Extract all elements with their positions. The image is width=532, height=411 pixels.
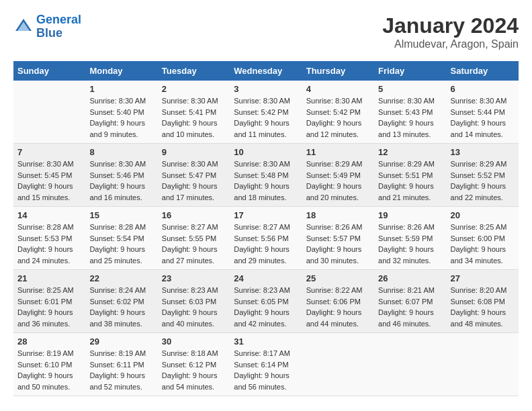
day-number: 20 [451, 210, 515, 220]
day-number: 8 [89, 147, 153, 157]
header-friday: Friday [374, 61, 446, 81]
calendar-cell: 22Sunrise: 8:24 AMSunset: 6:02 PMDayligh… [85, 270, 157, 333]
day-info: Sunrise: 8:22 AMSunset: 6:06 PMDaylight:… [306, 285, 370, 329]
day-number: 29 [89, 336, 153, 347]
day-info: Sunrise: 8:25 AMSunset: 6:00 PMDaylight:… [451, 222, 515, 266]
calendar-week-row: 14Sunrise: 8:28 AMSunset: 5:53 PMDayligh… [13, 207, 519, 270]
calendar-cell: 15Sunrise: 8:28 AMSunset: 5:54 PMDayligh… [85, 207, 157, 270]
calendar-cell: 19Sunrise: 8:26 AMSunset: 5:59 PMDayligh… [374, 207, 446, 270]
logo-line2: Blue [36, 26, 62, 40]
calendar-week-row: 21Sunrise: 8:25 AMSunset: 6:01 PMDayligh… [13, 270, 519, 333]
day-number: 5 [378, 84, 442, 94]
header-wednesday: Wednesday [230, 61, 302, 81]
day-number: 4 [306, 84, 370, 94]
day-number: 14 [17, 210, 81, 220]
calendar-cell [13, 81, 85, 144]
calendar-cell: 31Sunrise: 8:17 AMSunset: 6:14 PMDayligh… [230, 333, 302, 396]
day-info: Sunrise: 8:30 AMSunset: 5:47 PMDaylight:… [162, 158, 226, 203]
day-info: Sunrise: 8:27 AMSunset: 5:55 PMDaylight:… [162, 222, 226, 266]
calendar-cell: 6Sunrise: 8:30 AMSunset: 5:44 PMDaylight… [447, 81, 519, 144]
calendar-cell: 11Sunrise: 8:29 AMSunset: 5:49 PMDayligh… [302, 144, 374, 207]
calendar-week-row: 1Sunrise: 8:30 AMSunset: 5:40 PMDaylight… [13, 81, 519, 144]
day-info: Sunrise: 8:30 AMSunset: 5:42 PMDaylight:… [234, 95, 298, 140]
main-title: January 2024 [382, 13, 519, 38]
calendar-cell: 26Sunrise: 8:21 AMSunset: 6:07 PMDayligh… [374, 270, 446, 333]
day-number: 27 [451, 273, 515, 283]
calendar-cell: 9Sunrise: 8:30 AMSunset: 5:47 PMDaylight… [158, 144, 230, 207]
day-number: 15 [89, 210, 153, 220]
calendar-cell: 28Sunrise: 8:19 AMSunset: 6:10 PMDayligh… [13, 333, 85, 396]
calendar-cell: 21Sunrise: 8:25 AMSunset: 6:01 PMDayligh… [13, 270, 85, 333]
day-info: Sunrise: 8:29 AMSunset: 5:52 PMDaylight:… [451, 158, 515, 203]
day-info: Sunrise: 8:30 AMSunset: 5:43 PMDaylight:… [378, 95, 442, 140]
day-info: Sunrise: 8:26 AMSunset: 5:57 PMDaylight:… [306, 222, 370, 266]
calendar-cell: 25Sunrise: 8:22 AMSunset: 6:06 PMDayligh… [302, 270, 374, 333]
calendar-cell: 1Sunrise: 8:30 AMSunset: 5:40 PMDaylight… [85, 81, 157, 144]
day-number: 23 [162, 273, 226, 283]
day-info: Sunrise: 8:25 AMSunset: 6:01 PMDaylight:… [17, 285, 81, 329]
calendar-cell: 27Sunrise: 8:20 AMSunset: 6:08 PMDayligh… [447, 270, 519, 333]
calendar-header-row: SundayMondayTuesdayWednesdayThursdayFrid… [13, 61, 519, 81]
calendar-cell: 12Sunrise: 8:29 AMSunset: 5:51 PMDayligh… [374, 144, 446, 207]
calendar-cell: 23Sunrise: 8:23 AMSunset: 6:03 PMDayligh… [158, 270, 230, 333]
day-number: 18 [306, 210, 370, 220]
day-number: 31 [234, 336, 298, 347]
day-info: Sunrise: 8:20 AMSunset: 6:08 PMDaylight:… [451, 285, 515, 329]
calendar-cell: 8Sunrise: 8:30 AMSunset: 5:46 PMDaylight… [85, 144, 157, 207]
header-saturday: Saturday [447, 61, 519, 81]
day-number: 10 [234, 147, 298, 157]
calendar-cell: 5Sunrise: 8:30 AMSunset: 5:43 PMDaylight… [374, 81, 446, 144]
day-number: 16 [162, 210, 226, 220]
header-sunday: Sunday [13, 61, 85, 81]
calendar-cell: 30Sunrise: 8:18 AMSunset: 6:12 PMDayligh… [158, 333, 230, 396]
day-number: 11 [306, 147, 370, 157]
day-number: 7 [17, 147, 81, 157]
day-info: Sunrise: 8:30 AMSunset: 5:42 PMDaylight:… [306, 95, 370, 140]
day-info: Sunrise: 8:21 AMSunset: 6:07 PMDaylight:… [378, 285, 442, 329]
day-number: 21 [17, 273, 81, 283]
day-info: Sunrise: 8:30 AMSunset: 5:46 PMDaylight:… [89, 158, 153, 203]
page-header: General Blue January 2024 Almudevar, Ara… [13, 13, 519, 50]
day-number: 6 [451, 84, 515, 94]
logo-line1: General [36, 13, 81, 26]
day-info: Sunrise: 8:19 AMSunset: 6:11 PMDaylight:… [89, 348, 153, 392]
logo-icon [13, 17, 34, 37]
day-number: 3 [234, 84, 298, 94]
calendar-cell: 2Sunrise: 8:30 AMSunset: 5:41 PMDaylight… [158, 81, 230, 144]
day-info: Sunrise: 8:30 AMSunset: 5:44 PMDaylight:… [451, 95, 515, 140]
day-info: Sunrise: 8:30 AMSunset: 5:48 PMDaylight:… [234, 158, 298, 203]
calendar-cell: 7Sunrise: 8:30 AMSunset: 5:45 PMDaylight… [13, 144, 85, 207]
day-info: Sunrise: 8:27 AMSunset: 5:56 PMDaylight:… [234, 222, 298, 266]
day-number: 30 [162, 336, 226, 347]
subtitle: Almudevar, Aragon, Spain [382, 38, 519, 50]
calendar-cell [302, 333, 374, 396]
day-info: Sunrise: 8:23 AMSunset: 6:05 PMDaylight:… [234, 285, 298, 329]
logo-text: General Blue [36, 13, 81, 40]
day-info: Sunrise: 8:26 AMSunset: 5:59 PMDaylight:… [378, 222, 442, 266]
day-number: 22 [89, 273, 153, 283]
day-number: 9 [162, 147, 226, 157]
day-info: Sunrise: 8:23 AMSunset: 6:03 PMDaylight:… [162, 285, 226, 329]
day-info: Sunrise: 8:30 AMSunset: 5:41 PMDaylight:… [162, 95, 226, 140]
header-monday: Monday [85, 61, 157, 81]
day-info: Sunrise: 8:29 AMSunset: 5:49 PMDaylight:… [306, 158, 370, 203]
calendar-cell: 17Sunrise: 8:27 AMSunset: 5:56 PMDayligh… [230, 207, 302, 270]
day-number: 28 [17, 336, 81, 347]
day-info: Sunrise: 8:24 AMSunset: 6:02 PMDaylight:… [89, 285, 153, 329]
day-number: 25 [306, 273, 370, 283]
day-info: Sunrise: 8:30 AMSunset: 5:40 PMDaylight:… [89, 95, 153, 140]
day-info: Sunrise: 8:19 AMSunset: 6:10 PMDaylight:… [17, 348, 81, 392]
calendar-cell [374, 333, 446, 396]
day-number: 12 [378, 147, 442, 157]
header-tuesday: Tuesday [158, 61, 230, 81]
title-block: January 2024 Almudevar, Aragon, Spain [382, 13, 519, 50]
day-number: 26 [378, 273, 442, 283]
day-info: Sunrise: 8:29 AMSunset: 5:51 PMDaylight:… [378, 158, 442, 203]
calendar-week-row: 28Sunrise: 8:19 AMSunset: 6:10 PMDayligh… [13, 333, 519, 396]
calendar-cell: 14Sunrise: 8:28 AMSunset: 5:53 PMDayligh… [13, 207, 85, 270]
day-info: Sunrise: 8:28 AMSunset: 5:54 PMDaylight:… [89, 222, 153, 266]
calendar-cell: 16Sunrise: 8:27 AMSunset: 5:55 PMDayligh… [158, 207, 230, 270]
day-number: 17 [234, 210, 298, 220]
day-number: 13 [451, 147, 515, 157]
calendar-cell: 24Sunrise: 8:23 AMSunset: 6:05 PMDayligh… [230, 270, 302, 333]
